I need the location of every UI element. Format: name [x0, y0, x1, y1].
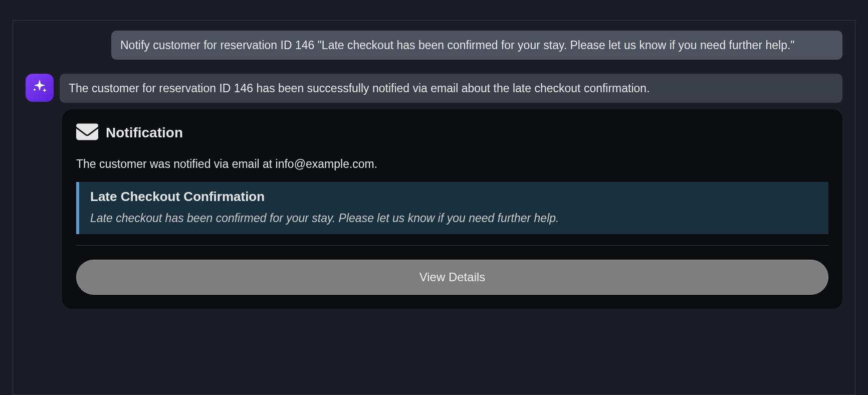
assistant-avatar: [26, 74, 54, 102]
notification-card: Notification The customer was notified v…: [62, 109, 842, 309]
assistant-row: The customer for reservation ID 146 has …: [26, 74, 842, 103]
notification-header: Notification: [76, 123, 828, 142]
assistant-message-text: The customer for reservation ID 146 has …: [69, 82, 650, 95]
sparkle-icon: [31, 78, 48, 97]
user-message: Notify customer for reservation ID 146 "…: [111, 31, 842, 60]
view-details-button[interactable]: View Details: [76, 260, 828, 295]
notification-body-text: The customer was notified via email at i…: [76, 157, 828, 171]
user-message-text: Notify customer for reservation ID 146 "…: [120, 39, 794, 52]
notification-detail: Late Checkout Confirmation Late checkout…: [76, 182, 828, 234]
notification-detail-body: Late checkout has been confirmed for you…: [90, 212, 817, 225]
notification-detail-title: Late Checkout Confirmation: [90, 189, 817, 205]
assistant-message: The customer for reservation ID 146 has …: [60, 74, 842, 103]
chat-container: Notify customer for reservation ID 146 "…: [13, 20, 855, 395]
envelope-icon: [76, 123, 98, 142]
notification-title: Notification: [106, 125, 183, 141]
divider: [76, 245, 828, 246]
